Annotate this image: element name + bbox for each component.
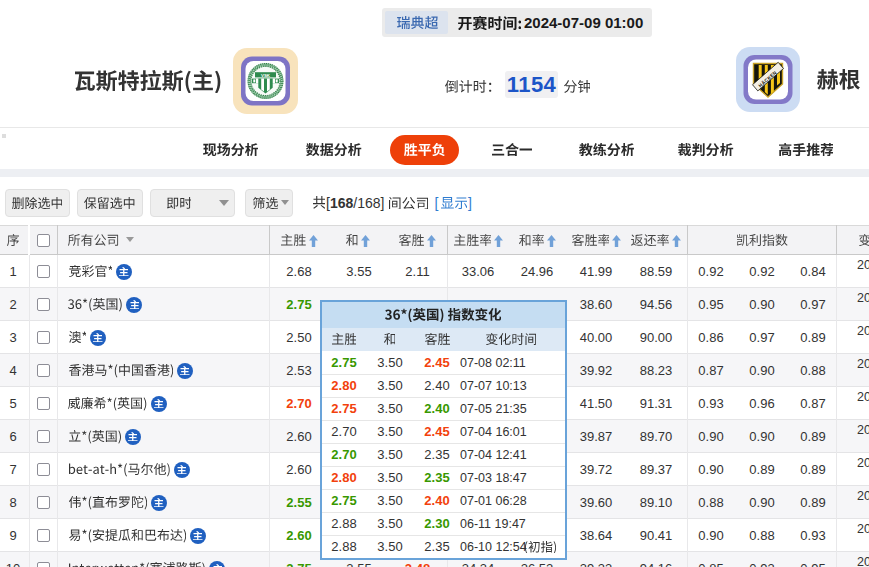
svg-text:VSK: VSK <box>261 73 271 78</box>
